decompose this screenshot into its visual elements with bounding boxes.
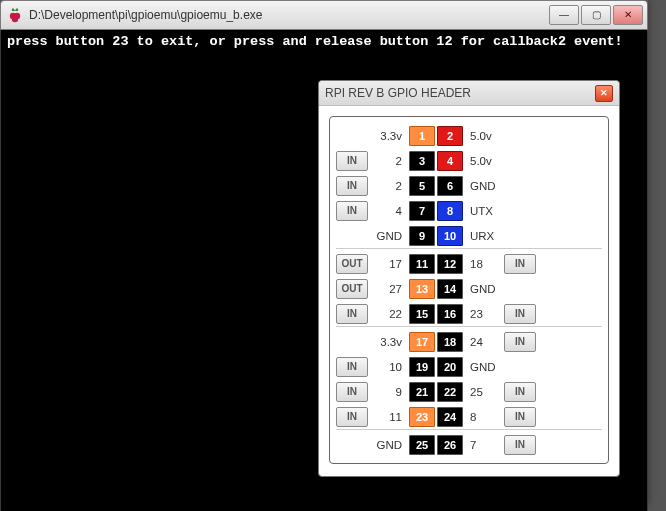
gpio-mode-button-left[interactable]: IN <box>336 201 368 221</box>
gpio-pin[interactable]: 7 <box>409 201 435 221</box>
gpio-row: IN9212225IN <box>336 379 602 404</box>
gpio-pin[interactable]: 18 <box>437 332 463 352</box>
gpio-dialog: RPI REV B GPIO HEADER ✕ 3.3v125.0vIN2345… <box>318 80 620 477</box>
gpio-mode-button-right[interactable]: IN <box>504 304 536 324</box>
gpio-channel-label-right: 18 <box>464 258 504 270</box>
gpio-channel-label-right: UTX <box>464 205 504 217</box>
gpio-row: 3.3v171824IN <box>336 326 602 354</box>
gpio-channel-label-left: 22 <box>368 308 408 320</box>
minimize-button[interactable]: — <box>549 5 579 25</box>
console-title: D:\Development\pi\gpioemu\gpioemu_b.exe <box>29 8 549 22</box>
gpio-pin[interactable]: 2 <box>437 126 463 146</box>
gpio-pin[interactable]: 25 <box>409 435 435 455</box>
close-button[interactable]: ✕ <box>613 5 643 25</box>
gpio-row: GND25267IN <box>336 429 602 457</box>
gpio-mode-button-right[interactable]: IN <box>504 382 536 402</box>
gpio-row: OUT17111218IN <box>336 248 602 276</box>
gpio-channel-label-left: 11 <box>368 411 408 423</box>
gpio-channel-label-left: 17 <box>368 258 408 270</box>
gpio-channel-label-right: 8 <box>464 411 504 423</box>
gpio-mode-button-left[interactable]: IN <box>336 176 368 196</box>
gpio-pin[interactable]: 8 <box>437 201 463 221</box>
console-output: press button 23 to exit, or press and re… <box>7 34 623 49</box>
gpio-pin[interactable]: 15 <box>409 304 435 324</box>
gpio-mode-button-right[interactable]: IN <box>504 435 536 455</box>
gpio-channel-label-right: 5.0v <box>464 155 504 167</box>
gpio-mode-button-left[interactable]: OUT <box>336 279 368 299</box>
gpio-pin[interactable]: 9 <box>409 226 435 246</box>
gpio-mode-button-right[interactable]: IN <box>504 254 536 274</box>
gpio-dialog-body: 3.3v125.0vIN2345.0vIN256GNDIN478UTXGND91… <box>319 106 619 476</box>
gpio-pin[interactable]: 26 <box>437 435 463 455</box>
raspberry-icon <box>7 7 23 23</box>
gpio-pin[interactable]: 20 <box>437 357 463 377</box>
gpio-dialog-titlebar[interactable]: RPI REV B GPIO HEADER ✕ <box>319 81 619 106</box>
window-controls: — ▢ ✕ <box>549 5 643 25</box>
gpio-pin[interactable]: 4 <box>437 151 463 171</box>
gpio-mode-button-left[interactable]: IN <box>336 151 368 171</box>
gpio-mode-button-right[interactable]: IN <box>504 332 536 352</box>
gpio-channel-label-left: 27 <box>368 283 408 295</box>
gpio-channel-label-right: 24 <box>464 336 504 348</box>
gpio-row: GND910URX <box>336 223 602 248</box>
gpio-row: IN22151623IN <box>336 301 602 326</box>
gpio-dialog-title: RPI REV B GPIO HEADER <box>325 86 595 100</box>
gpio-pin[interactable]: 5 <box>409 176 435 196</box>
gpio-row: 3.3v125.0v <box>336 123 602 148</box>
gpio-channel-label-left: 10 <box>368 361 408 373</box>
gpio-mode-button-left[interactable]: IN <box>336 382 368 402</box>
gpio-channel-label-left: 3.3v <box>368 130 408 142</box>
gpio-pin[interactable]: 11 <box>409 254 435 274</box>
gpio-pin[interactable]: 16 <box>437 304 463 324</box>
gpio-channel-label-right: URX <box>464 230 504 242</box>
gpio-row: OUT271314GND <box>336 276 602 301</box>
gpio-mode-button-left[interactable]: IN <box>336 407 368 427</box>
gpio-channel-label-right: 7 <box>464 439 504 451</box>
gpio-mode-button-right[interactable]: IN <box>504 407 536 427</box>
gpio-pin[interactable]: 22 <box>437 382 463 402</box>
gpio-pin-grid: 3.3v125.0vIN2345.0vIN256GNDIN478UTXGND91… <box>329 116 609 464</box>
gpio-channel-label-right: 25 <box>464 386 504 398</box>
gpio-channel-label-left: 2 <box>368 155 408 167</box>
gpio-mode-button-left[interactable]: OUT <box>336 254 368 274</box>
console-titlebar[interactable]: D:\Development\pi\gpioemu\gpioemu_b.exe … <box>0 0 648 30</box>
gpio-pin[interactable]: 21 <box>409 382 435 402</box>
gpio-channel-label-left: 3.3v <box>368 336 408 348</box>
gpio-channel-label-left: 2 <box>368 180 408 192</box>
gpio-row: IN2345.0v <box>336 148 602 173</box>
gpio-pin[interactable]: 24 <box>437 407 463 427</box>
gpio-channel-label-right: 5.0v <box>464 130 504 142</box>
gpio-close-button[interactable]: ✕ <box>595 85 613 102</box>
gpio-pin[interactable]: 17 <box>409 332 435 352</box>
gpio-row: IN1123248IN <box>336 404 602 429</box>
gpio-channel-label-right: 23 <box>464 308 504 320</box>
gpio-pin[interactable]: 10 <box>437 226 463 246</box>
gpio-channel-label-left: GND <box>368 230 408 242</box>
gpio-channel-label-left: 9 <box>368 386 408 398</box>
gpio-row: IN256GND <box>336 173 602 198</box>
gpio-pin[interactable]: 13 <box>409 279 435 299</box>
gpio-pin[interactable]: 6 <box>437 176 463 196</box>
gpio-channel-label-right: GND <box>464 283 504 295</box>
gpio-row: IN101920GND <box>336 354 602 379</box>
gpio-pin[interactable]: 19 <box>409 357 435 377</box>
gpio-pin[interactable]: 1 <box>409 126 435 146</box>
gpio-pin[interactable]: 12 <box>437 254 463 274</box>
gpio-pin[interactable]: 14 <box>437 279 463 299</box>
gpio-channel-label-left: GND <box>368 439 408 451</box>
gpio-channel-label-right: GND <box>464 361 504 373</box>
gpio-pin[interactable]: 23 <box>409 407 435 427</box>
gpio-mode-button-left[interactable]: IN <box>336 304 368 324</box>
gpio-channel-label-right: GND <box>464 180 504 192</box>
gpio-mode-button-left[interactable]: IN <box>336 357 368 377</box>
gpio-pin[interactable]: 3 <box>409 151 435 171</box>
gpio-row: IN478UTX <box>336 198 602 223</box>
gpio-channel-label-left: 4 <box>368 205 408 217</box>
maximize-button[interactable]: ▢ <box>581 5 611 25</box>
svg-point-2 <box>12 16 18 22</box>
